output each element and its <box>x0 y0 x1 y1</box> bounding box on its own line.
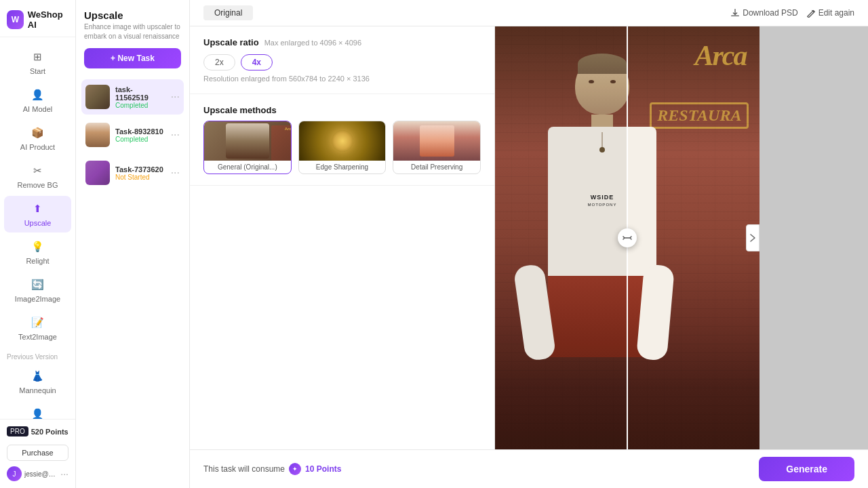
tab-bar: Original <box>203 5 253 20</box>
task-status: Completed <box>115 102 165 109</box>
split-arrows-icon <box>622 234 633 242</box>
sidebar-item-text2image[interactable]: 📝 Text2Image <box>4 310 71 346</box>
download-psd-button[interactable]: Download PSD <box>730 8 797 18</box>
task-info: Task-8932810 Completed <box>115 127 165 143</box>
sidebar: W WeShop AI ⊞ Start 👤 AI Model 📦 AI Prod… <box>0 0 76 488</box>
sidebar-item-model[interactable]: 👤 Model <box>4 401 71 419</box>
method-general-card[interactable]: Arca General (Original...) <box>203 121 292 174</box>
task-more-button[interactable]: ··· <box>171 91 180 103</box>
method-detail-card[interactable]: Detail Preserving <box>393 121 481 174</box>
top-bar: Original Download PSD Edit again <box>190 0 868 26</box>
tab-original[interactable]: Original <box>203 5 253 20</box>
sidebar-item-start[interactable]: ⊞ Start <box>4 44 71 81</box>
task-item[interactable]: Task-7373620 Not Started ··· <box>81 155 184 190</box>
ai-product-icon: 📦 <box>31 125 45 140</box>
method-edge-label: Edge Sharpening <box>299 161 386 174</box>
sidebar-item-mannequin[interactable]: 👗 Mannequin <box>4 363 71 400</box>
sidebar-item-ai-model[interactable]: 👤 AI Model <box>4 82 71 119</box>
task-info: task-11562519 Completed <box>115 85 165 109</box>
sidebar-item-label: Upscale <box>24 219 52 227</box>
image2image-icon: 🔄 <box>31 277 45 292</box>
right-panel <box>760 26 868 449</box>
task-thumb-image <box>85 85 110 109</box>
points-icon: ✦ <box>289 463 301 475</box>
text2image-icon: 📝 <box>31 315 45 330</box>
task-id: task-11562519 <box>115 85 165 102</box>
new-task-button[interactable]: + New Task <box>84 48 181 68</box>
sidebar-item-image2image[interactable]: 🔄 Image2Image <box>4 272 71 308</box>
download-psd-label: Download PSD <box>743 8 797 18</box>
sidebar-item-relight[interactable]: 💡 Relight <box>4 234 71 270</box>
method-edge-card[interactable]: Edge Sharpening <box>298 121 387 174</box>
method-general-label: General (Original...) <box>204 161 291 174</box>
upscale-methods-section: Upscale methods Arca General (Original..… <box>190 94 494 186</box>
consume-label: This task will consume <box>203 464 285 474</box>
right-section: Original Download PSD Edit again Upscale… <box>190 0 868 488</box>
points-text: 520 Points <box>31 428 68 436</box>
model-icon: 👤 <box>31 407 45 419</box>
task-panel-description: Enhance image with upscaler to embark on… <box>84 22 181 41</box>
task-status: Not Started <box>115 174 165 181</box>
user-more-button[interactable]: ··· <box>60 468 68 479</box>
sidebar-item-label: Image2Image <box>15 295 60 303</box>
task-item[interactable]: Task-8932810 Completed ··· <box>81 117 184 152</box>
upscale-methods: Arca General (Original...) Edge Shar <box>203 121 481 174</box>
sidebar-item-label: Remove BG <box>18 181 58 189</box>
task-thumbnail <box>85 123 110 147</box>
sidebar-item-label: Text2Image <box>18 333 57 341</box>
task-more-button[interactable]: ··· <box>171 129 180 141</box>
points-consume-value: 10 Points <box>305 464 341 474</box>
method-detail-thumb <box>393 121 480 161</box>
ai-model-icon: 👤 <box>31 87 45 102</box>
sidebar-item-ai-product[interactable]: 📦 AI Product <box>4 120 71 157</box>
purchase-button[interactable]: Purchase <box>7 445 68 461</box>
sidebar-item-label: Relight <box>26 257 49 265</box>
sidebar-item-upscale[interactable]: ⬆ Upscale <box>4 196 71 232</box>
methods-label: Upscale methods <box>203 105 481 115</box>
pro-badge: PRO <box>7 426 28 436</box>
footer-consume-text: This task will consume ✦ 10 Points <box>203 463 341 475</box>
method-detail-label: Detail Preserving <box>393 161 480 174</box>
user-email: jessie@we... <box>24 470 58 478</box>
chevron-right-icon <box>749 233 756 243</box>
ratio-buttons: 2x 4x <box>203 54 481 70</box>
right-panel-empty <box>760 26 868 449</box>
edit-again-label: Edit again <box>818 8 854 18</box>
split-handle[interactable] <box>618 228 637 247</box>
upscale-ratio-max: Max enlarged to 4096 × 4096 <box>264 39 361 47</box>
start-icon: ⊞ <box>31 49 45 64</box>
original-overlay <box>495 26 627 449</box>
collapse-right-panel-button[interactable] <box>746 224 760 251</box>
task-thumbnail <box>85 161 110 185</box>
split-container: Arca RESTAURA <box>495 26 760 449</box>
task-more-button[interactable]: ··· <box>171 167 180 179</box>
sidebar-nav: ⊞ Start 👤 AI Model 📦 AI Product ✂ Remove… <box>0 37 75 419</box>
resolution-text: Resolution enlarged from 560x784 to 2240… <box>203 75 481 83</box>
upscale-icon: ⬆ <box>31 201 45 216</box>
sidebar-footer: PRO 520 Points Purchase J jessie@we... ·… <box>0 419 75 488</box>
sidebar-item-label: AI Model <box>23 105 52 113</box>
logo-area: W WeShop AI <box>0 0 75 37</box>
task-id: Task-7373620 <box>115 165 165 174</box>
ratio-4x-button[interactable]: 4x <box>241 54 273 70</box>
task-list: task-11562519 Completed ··· Task-8932810… <box>76 79 189 488</box>
task-id: Task-8932810 <box>115 127 165 136</box>
edit-icon <box>806 8 816 18</box>
mannequin-icon: 👗 <box>31 369 45 384</box>
task-item[interactable]: task-11562519 Completed ··· <box>81 79 184 115</box>
content-area: Upscale ratio Max enlarged to 4096 × 409… <box>190 26 868 449</box>
generate-button[interactable]: Generate <box>759 457 854 481</box>
download-icon <box>730 8 740 18</box>
task-thumbnail <box>85 85 110 109</box>
sidebar-item-remove-bg[interactable]: ✂ Remove BG <box>4 158 71 195</box>
sidebar-item-label: Start <box>30 67 45 75</box>
task-panel: Upscale Enhance image with upscaler to e… <box>76 0 190 488</box>
preview-area: Arca RESTAURA <box>495 26 760 449</box>
remove-bg-icon: ✂ <box>31 163 45 178</box>
sidebar-item-label: Mannequin <box>19 386 56 394</box>
method-edge-thumb <box>299 121 386 161</box>
right-actions: Download PSD Edit again <box>730 8 854 18</box>
edit-again-button[interactable]: Edit again <box>806 8 854 18</box>
config-panel: Upscale ratio Max enlarged to 4096 × 409… <box>190 26 495 449</box>
ratio-2x-button[interactable]: 2x <box>203 54 235 70</box>
